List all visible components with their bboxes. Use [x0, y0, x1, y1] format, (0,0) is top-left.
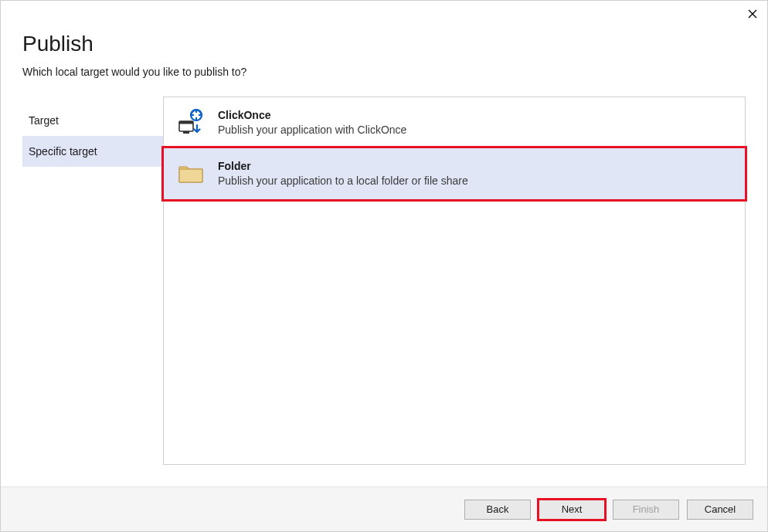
- cancel-button[interactable]: Cancel: [687, 500, 753, 520]
- content-area: Target Specific target: [1, 97, 767, 465]
- options-panel: ClickOnce Publish your application with …: [163, 97, 746, 465]
- svg-rect-7: [183, 131, 189, 134]
- option-title: ClickOnce: [218, 109, 732, 121]
- sidebar-item-target[interactable]: Target: [22, 105, 163, 136]
- sidebar-item-label: Target: [29, 114, 59, 127]
- option-text: ClickOnce Publish your application with …: [218, 108, 732, 136]
- option-clickonce[interactable]: ClickOnce Publish your application with …: [164, 97, 745, 148]
- dialog-header: Publish Which local target would you lik…: [1, 1, 767, 97]
- clickonce-icon: [176, 108, 206, 137]
- finish-button: Finish: [613, 500, 679, 520]
- next-button[interactable]: Next: [537, 498, 607, 521]
- sidebar-item-specific-target[interactable]: Specific target: [22, 136, 163, 167]
- dialog-footer: Back Next Finish Cancel: [1, 486, 767, 531]
- svg-rect-6: [179, 121, 193, 124]
- option-text: Folder Publish your application to a loc…: [218, 159, 732, 187]
- option-title: Folder: [218, 160, 732, 172]
- close-icon: [748, 9, 757, 19]
- option-description: Publish your application to a local fold…: [218, 175, 732, 187]
- close-button[interactable]: [743, 5, 762, 23]
- sidebar-item-label: Specific target: [29, 145, 97, 158]
- back-button[interactable]: Back: [464, 500, 531, 520]
- publish-dialog: Publish Which local target would you lik…: [0, 0, 768, 532]
- option-description: Publish your application with ClickOnce: [218, 124, 732, 136]
- wizard-steps-sidebar: Target Specific target: [22, 97, 163, 465]
- option-folder[interactable]: Folder Publish your application to a loc…: [161, 146, 747, 202]
- page-subtitle: Which local target would you like to pub…: [22, 66, 746, 78]
- folder-icon: [176, 159, 206, 188]
- page-title: Publish: [22, 32, 746, 56]
